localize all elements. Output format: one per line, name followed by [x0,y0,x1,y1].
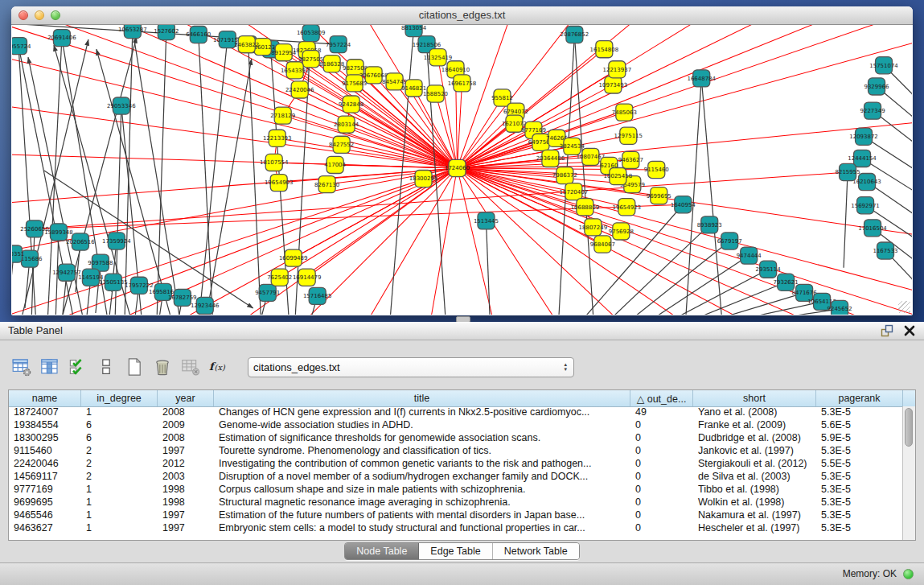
table-cell: 2 [81,445,158,458]
graph-node-label: 9115460 [644,166,669,173]
table-cell: 5.3E-5 [816,522,903,535]
table-cell: 9115460 [9,445,81,458]
table-cell: 5.3E-5 [816,509,903,522]
graph-node-label: 8938923 [697,221,722,229]
graph-node-label: 10653287 [118,26,147,33]
table-cell: 0 [630,458,693,471]
graph-node-label: 9684067 [590,241,615,248]
graph-node-label: 6466160 [186,31,211,38]
window-titlebar[interactable]: citations_edges.txt [11,6,913,25]
graph-node-label: 18640910 [441,66,470,73]
table-selector-value: citations_edges.txt [253,361,564,373]
graph-node-label: 8186328 [319,60,344,68]
column-header-title[interactable]: title [214,390,630,406]
table-cell: 0 [630,522,693,535]
table-row[interactable]: 1938455462009Genome-wide association stu… [9,419,903,432]
graph-node-label: 16099489 [279,254,308,262]
network-view-window: citations_edges.txt 40557242069140610653… [11,6,913,315]
graph-node-label: 2718129 [270,112,295,119]
network-canvas[interactable]: 4055724206914061065328715276026466160107… [12,25,912,315]
table-row[interactable]: 911546021997Tourette syndrome. Phenomeno… [9,445,903,458]
table-cell: Genome-wide association studies in ADHD. [214,419,630,432]
graph-node-label: 10688809 [571,204,600,211]
graph-node-label: 16210643 [852,178,881,185]
graph-node-label: 15720407 [560,188,589,196]
tab-network-table[interactable]: Network Table [493,543,579,559]
table-row[interactable]: 946554611997Estimation of the future num… [9,509,903,522]
graph-node-label: 16154808 [590,46,619,53]
graph-edge [663,270,768,315]
table-cell: 0 [630,509,693,522]
table-row[interactable]: 1830029562008Estimation of significance … [9,432,903,445]
table-row[interactable]: 946362711997Embryonic stem cells: a mode… [9,522,903,535]
column-header-pagerank[interactable]: pagerank [816,390,903,406]
table-cell: 0 [630,432,693,445]
graph-node-label: 1640954 [671,201,696,208]
float-window-icon[interactable] [881,324,893,337]
minimize-window-button[interactable] [35,10,44,20]
import-table-icon[interactable] [180,356,201,377]
graph-node-label: 15899348 [44,229,73,236]
column-header-short[interactable]: short [693,390,816,406]
graph-node-label: 19654903 [265,179,294,186]
column-header-name[interactable]: name [9,390,81,406]
graph-node-label: 4055724 [12,43,31,50]
graph-node-label: 12975115 [614,132,643,139]
graph-node-label: 7932621 [774,278,799,286]
table-row[interactable]: 1456911722003Disruption of a novel membe… [9,471,903,484]
graph-node-label: 8471676 [792,289,818,296]
graph-node-label: 16961758 [448,80,477,87]
table-cell: 5.3E-5 [816,445,903,458]
table-cell: Estimation of significance thresholds fo… [214,432,630,445]
graph-node-label: 2803144 [334,121,359,128]
tab-node-table[interactable]: Node Table [345,543,419,559]
table-settings-icon[interactable] [11,356,32,377]
graph-node-label: 7957224 [326,41,351,48]
graph-node-label: 20691406 [47,34,76,41]
function-icon[interactable]: f(x) [208,356,229,377]
tab-edge-table[interactable]: Edge Table [419,543,492,559]
table-cell: Jankovic et al. (1997) [693,445,816,458]
graph-node-label: 15692971 [851,202,880,209]
table-cell: 9463627 [9,522,81,535]
table-row[interactable]: 969969511998Structural magnetic resonanc… [9,496,903,509]
delete-icon[interactable] [152,356,173,377]
table-column-icon[interactable] [39,356,60,377]
column-header-out-de-[interactable]: △ out_de... [630,390,693,406]
graph-edge [18,46,36,315]
table-row[interactable]: 2242004622012Investigating the contribut… [9,458,903,471]
close-panel-icon[interactable] [903,324,916,337]
table-row[interactable]: 1872400712008Changes of HCN gene express… [9,406,903,419]
close-window-button[interactable] [18,10,28,20]
graph-node-label: 2935114 [756,266,782,273]
graph-node-label: 10973493 [599,81,628,89]
table-cell: 18724007 [9,406,81,419]
graph-node-label: 12213393 [263,134,292,142]
scrollbar-thumb[interactable] [905,408,913,447]
table-cell: 0 [630,496,693,509]
graph-node-label: 417004 [324,161,346,168]
graph-edge [283,116,458,168]
table-cell: 1 [81,406,158,419]
new-document-icon[interactable] [124,356,145,377]
table-cell: Hescheler et al. (1997) [693,522,816,535]
select-rows-icon[interactable] [68,356,88,377]
table-cell: 5.6E-5 [816,419,903,432]
column-header-year[interactable]: year [158,390,214,406]
table-cell: 5.5E-5 [816,458,903,471]
zoom-window-button[interactable] [51,10,60,20]
graph-node-label: 9756928 [609,228,634,235]
table-vertical-scrollbar[interactable] [902,406,915,540]
table-selector-dropdown[interactable]: citations_edges.txt▴▾ [248,357,574,377]
table-cell: 1 [81,522,158,535]
rows-icon[interactable] [96,356,117,377]
graph-node-label: 17016504 [858,225,887,232]
table-row[interactable]: 977716911998Corpus callosum shape and si… [9,484,903,496]
table-cell: Corpus callosum shape and size in male p… [214,484,630,496]
graph-node-label: 29053346 [107,102,136,109]
window-resize-grip[interactable] [898,301,910,313]
table-cell: de Silva et al. (2003) [693,471,816,484]
graph-edge [458,41,912,168]
column-header-in-degree[interactable]: in_degree [81,390,158,406]
graph-node-label: 16543392 [281,67,310,74]
